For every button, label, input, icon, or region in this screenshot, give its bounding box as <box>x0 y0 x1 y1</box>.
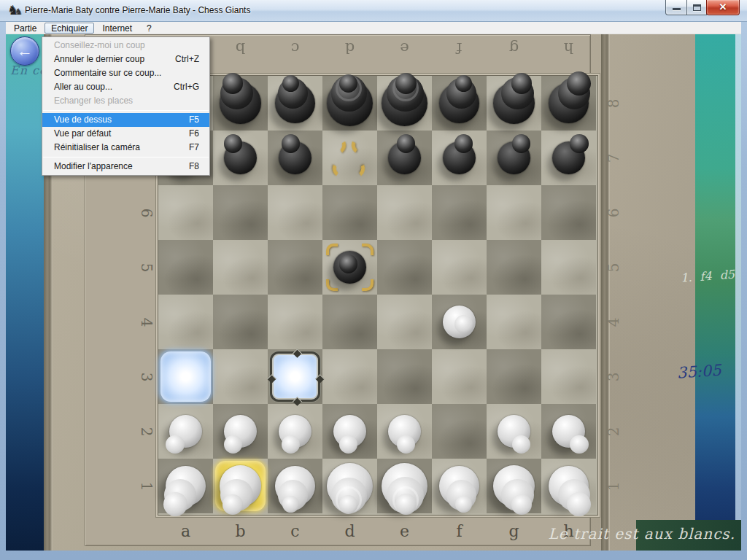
square-h6[interactable] <box>541 185 596 240</box>
file-label-top-e: e <box>377 39 432 57</box>
menu-item-shortcut: F7 <box>189 141 199 155</box>
square-h5[interactable] <box>541 240 596 295</box>
rank-label-left-1: 1 <box>138 459 155 513</box>
rank-label-right-6: 6 <box>605 185 622 240</box>
square-f5[interactable] <box>432 240 487 295</box>
gold-claw-mark <box>349 160 366 179</box>
square-g6[interactable] <box>487 185 541 240</box>
file-label-bottom-e: e <box>377 522 432 540</box>
piece-head <box>339 495 357 513</box>
gold-claw-mark <box>330 136 347 155</box>
piece-head <box>454 134 473 152</box>
back-button[interactable]: ← <box>10 36 39 66</box>
file-label-top-d: d <box>322 39 377 57</box>
square-h3[interactable] <box>541 349 596 404</box>
square-b4[interactable] <box>213 295 268 349</box>
menu-item-modifier-l-apparence[interactable]: Modifier l'apparenceF8 <box>42 160 209 174</box>
rank-label-right-1: 1 <box>605 459 622 513</box>
piece-head <box>395 73 417 94</box>
piece-head <box>339 74 357 93</box>
rank-label-right-5: 5 <box>605 240 622 295</box>
menu-item-shortcut: Ctrl+Z <box>175 52 199 66</box>
square-e3[interactable] <box>377 349 432 404</box>
piece-head <box>224 435 242 454</box>
highlight-target-a3[interactable] <box>160 351 211 402</box>
menu-item-shortcut: Ctrl+G <box>174 80 199 94</box>
menu-item-label: Annuler le dernier coup <box>54 52 144 66</box>
menu-item-annuler-le-dernier-coup[interactable]: Annuler le dernier coupCtrl+Z <box>42 52 209 66</box>
gold-corner-bracket <box>362 279 374 291</box>
square-d6[interactable] <box>322 185 377 240</box>
square-c4[interactable] <box>268 295 322 349</box>
square-h4[interactable] <box>541 295 596 349</box>
square-c6[interactable] <box>268 185 322 240</box>
square-f6[interactable] <box>432 185 487 240</box>
square-g5[interactable] <box>487 240 541 295</box>
menu-bar: PartieEchiquierInternet? <box>6 22 741 34</box>
file-label-bottom-b: b <box>213 522 268 540</box>
menu-item-aller-au-coup[interactable]: Aller au coup...Ctrl+G <box>42 80 209 94</box>
minimize-icon <box>673 8 681 10</box>
square-a4[interactable] <box>158 295 213 349</box>
square-e6[interactable] <box>377 185 432 240</box>
minimize-button[interactable] <box>665 0 687 15</box>
file-label-bottom-f: f <box>432 522 487 540</box>
square-c5[interactable] <box>268 240 322 295</box>
rank-label-right-3: 3 <box>605 349 622 404</box>
menubar-item-internet[interactable]: Internet <box>96 23 139 34</box>
app-window: ♞♞ Pierre-Marie Baty contre Pierre-Marie… <box>0 0 747 560</box>
menu-item-label: Conseillez-moi un coup <box>54 39 145 52</box>
window-title: Pierre-Marie Baty contre Pierre-Marie Ba… <box>25 5 250 15</box>
piece-head <box>511 73 533 94</box>
rank-label-left-4: 4 <box>138 295 155 349</box>
highlight-hover-c3[interactable] <box>270 351 320 402</box>
menu-item-vue-par-d-faut[interactable]: Vue par défautF6 <box>42 127 209 141</box>
piece-head <box>570 134 588 152</box>
menu-item-echanger-les-places[interactable]: Echanger les places <box>42 94 209 108</box>
chessboard <box>158 75 598 516</box>
piece-head <box>224 134 242 152</box>
scene-backdrop-right <box>695 34 741 551</box>
menu-item-label: Réinitialiser la caméra <box>54 141 140 155</box>
close-button[interactable]: ✕ <box>706 0 740 15</box>
title-bar[interactable]: ♞♞ Pierre-Marie Baty contre Pierre-Marie… <box>0 0 747 22</box>
square-b6[interactable] <box>213 185 268 240</box>
menu-item-label: Modifier l'apparence <box>54 160 133 174</box>
menubar-item-echiquier[interactable]: Echiquier <box>44 23 94 34</box>
square-f2[interactable] <box>432 404 487 459</box>
square-b3[interactable] <box>213 349 268 404</box>
piece-head <box>339 254 357 273</box>
menu-item-r-initialiser-la-cam-ra[interactable]: Réinitialiser la caméraF7 <box>42 141 209 155</box>
square-b5[interactable] <box>213 240 268 295</box>
file-label-top-h: h <box>541 39 596 57</box>
maximize-button[interactable] <box>686 0 707 15</box>
maximize-icon <box>693 4 701 11</box>
menu-item-commentaire-sur-ce-coup[interactable]: Commentaire sur ce coup... <box>42 66 209 80</box>
rank-label-left-6: 6 <box>138 185 155 240</box>
square-g4[interactable] <box>487 295 541 349</box>
piece-head <box>512 134 530 152</box>
menubar-item-partie[interactable]: Partie <box>7 23 43 34</box>
file-label-top-g: g <box>487 39 541 57</box>
menu-item-vue-de-dessus[interactable]: Vue de dessusF5 <box>42 113 209 127</box>
rank-label-right-8: 8 <box>605 76 622 131</box>
piece-head <box>222 73 244 94</box>
gold-corner-bracket <box>362 244 374 255</box>
square-d4[interactable] <box>322 295 377 349</box>
piece-head <box>570 435 588 454</box>
square-e5[interactable] <box>377 240 432 295</box>
piece-head <box>397 435 415 454</box>
menu-item-conseillez-moi-un-coup[interactable]: Conseillez-moi un coup <box>42 39 209 52</box>
square-e4[interactable] <box>377 295 432 349</box>
square-a5[interactable] <box>158 240 213 295</box>
square-g3[interactable] <box>487 349 541 404</box>
square-a6[interactable] <box>158 185 213 240</box>
menu-item-label: Vue par défaut <box>54 127 111 141</box>
square-d3[interactable] <box>322 349 377 404</box>
menubar-item-?[interactable]: ? <box>140 23 158 34</box>
square-f3[interactable] <box>432 349 487 404</box>
file-label-bottom-a: a <box>158 522 213 540</box>
rank-label-right-2: 2 <box>605 404 622 459</box>
piece-head <box>511 494 533 516</box>
gold-corner-bracket <box>326 244 338 255</box>
